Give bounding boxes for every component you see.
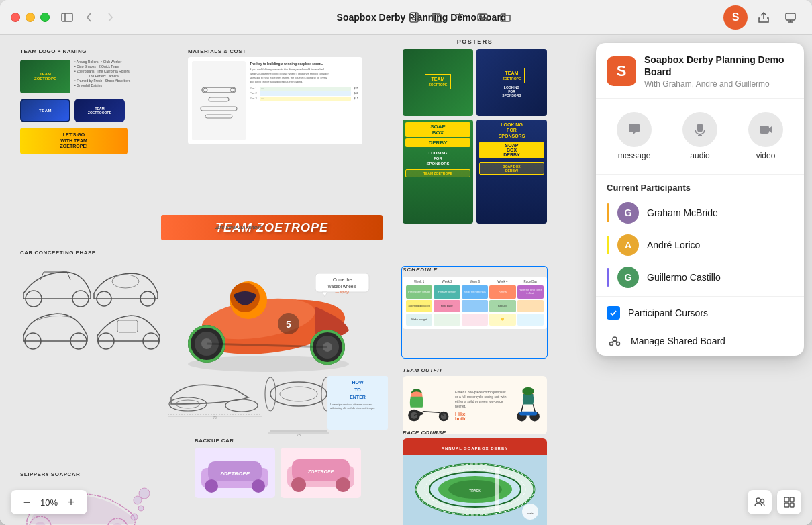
traffic-lights — [11, 13, 50, 22]
separator-1 — [596, 296, 804, 297]
race-poster-header: ANNUAL SOAPBOX DERBY — [403, 438, 547, 455]
collab-board-name: Soapbox Derby Planning Demo Board — [644, 54, 793, 78]
svg-point-88 — [252, 479, 265, 493]
participant-andre[interactable]: A André Lorico — [596, 229, 804, 261]
video-icon — [748, 112, 783, 147]
minimize-button[interactable] — [26, 13, 35, 22]
svg-point-15 — [203, 88, 207, 92]
svg-rect-117 — [784, 497, 789, 502]
audio-action-label: audio — [690, 151, 709, 160]
svg-rect-17 — [209, 97, 229, 101]
svg-point-116 — [761, 499, 764, 503]
sched-cell-7: First build! — [434, 300, 460, 312]
zoom-out-button[interactable]: − — [19, 494, 35, 510]
manage-board-icon — [607, 333, 623, 349]
team-logo-label: TEAM LOGO + NAMING — [20, 48, 181, 54]
svg-point-47 — [270, 382, 327, 406]
andre-name: André Lorico — [647, 240, 793, 250]
collab-subtitle: With Graham, André and Guillermo — [644, 79, 793, 89]
svg-rect-6 — [434, 15, 442, 22]
svg-text:Come the: Come the — [333, 277, 352, 282]
collaboration-panel: S Soapbox Derby Planning Demo Board With… — [596, 43, 804, 356]
car-concepting-label: CAR CONCEPTING PHASE — [20, 250, 181, 256]
zoom-level-display[interactable]: 10% — [40, 497, 58, 508]
slippery-car-label: SLIPPERY SOAPCAR — [20, 471, 181, 477]
collab-header: S Soapbox Derby Planning Demo Board With… — [596, 43, 804, 99]
svg-point-87 — [205, 479, 218, 493]
svg-point-124 — [613, 337, 617, 341]
image-tool-button[interactable] — [473, 8, 492, 27]
folder-tool-button[interactable] — [496, 8, 515, 27]
participant-cursors-checkbox[interactable] — [607, 306, 620, 320]
sched-cell-1: Preliminary design — [406, 285, 432, 299]
participant-graham[interactable]: G Graham McBride — [596, 197, 804, 229]
svg-text:scale: scale — [527, 512, 534, 515]
participant-guillermo[interactable]: G Guillermo Castillo — [596, 261, 804, 293]
svg-text:ZOETROPE: ZOETROPE — [307, 469, 334, 474]
zoom-in-button[interactable]: + — [63, 494, 79, 510]
backup-car-section: BACKUP CAR ZOETROPE — [195, 438, 376, 498]
parts-sketch — [192, 61, 246, 140]
collab-actions: message audio — [596, 99, 804, 175]
participant-cursors-row[interactable]: Participant Cursors — [596, 299, 804, 326]
audio-icon — [682, 112, 717, 147]
svg-text:TRACK: TRACK — [469, 489, 481, 493]
current-participants-label: Current Participants — [596, 175, 804, 197]
svg-marker-37 — [322, 292, 327, 297]
message-action-button[interactable]: message — [606, 108, 662, 164]
svg-text:wasabi wheels: wasabi wheels — [327, 284, 357, 289]
svg-point-83 — [139, 488, 150, 499]
copy-tool-button[interactable] — [427, 8, 446, 27]
video-action-label: video — [756, 151, 776, 160]
message-icon — [617, 112, 652, 147]
message-action-label: message — [618, 151, 651, 160]
poster-1: TEAM ZOETROPE — [403, 49, 473, 116]
sched-cell-12 — [434, 314, 460, 326]
document-tool-button[interactable] — [405, 8, 423, 27]
team-zoetrope-title-strip: TEAM ZOETROPE — [161, 215, 383, 240]
people-button[interactable] — [748, 490, 772, 514]
graham-name: Graham McBride — [647, 207, 793, 218]
video-action-button[interactable]: video — [738, 108, 794, 164]
svg-text:ZOETROPE: ZOETROPE — [219, 471, 250, 477]
audio-action-button[interactable]: audio — [672, 108, 728, 164]
close-button[interactable] — [11, 13, 20, 22]
svg-point-81 — [138, 506, 144, 511]
svg-line-127 — [611, 341, 615, 342]
svg-rect-0 — [62, 13, 72, 21]
participant-cursors-label: Participant Cursors — [628, 307, 708, 318]
materials-section: MATERIALS & COST — [188, 48, 376, 156]
guillermo-avatar: G — [617, 267, 639, 288]
sidebar-toggle-button[interactable] — [58, 8, 77, 27]
canvas-area[interactable]: TEAM LOGO + NAMING TEAMZOETROPE • Analog… — [0, 35, 812, 525]
andre-color-bar — [607, 236, 609, 254]
back-button[interactable] — [79, 8, 98, 27]
manage-shared-board-row[interactable]: Manage Shared Board — [596, 326, 804, 356]
poster-4: LOOKINGFORSPONSORS SOAP BOX DERBY SOAP B… — [476, 120, 547, 224]
svg-rect-123 — [760, 126, 769, 134]
week4-header: Week 4 — [489, 280, 515, 283]
grid-view-button[interactable] — [777, 490, 801, 514]
svg-point-115 — [756, 498, 760, 502]
car-concepting-section: CAR CONCEPTING PHASE — [20, 250, 181, 384]
svg-point-48 — [280, 387, 317, 401]
svg-rect-18 — [201, 107, 237, 111]
present-button[interactable] — [780, 7, 801, 28]
text-tool-button[interactable] — [450, 8, 469, 27]
app-icon-button[interactable]: S — [723, 5, 748, 30]
backup-car-img-1: ZOETROPE — [195, 448, 275, 498]
team-outfit-content: Either a one-piece cotton jumpsuit or a … — [403, 376, 547, 434]
schedule-section: SCHEDULE Week 1 Week 2 Week 3 Week 4 Rac… — [403, 267, 547, 329]
sched-cell-11: Make budget — [406, 314, 432, 326]
forward-button[interactable] — [101, 8, 119, 27]
team-outfit-section: TEAM OUTFIT — [403, 367, 547, 434]
backup-car-images: ZOETROPE ZOETROPE — [195, 448, 376, 498]
posters-section: POSTERS TEAM ZOETROPE TEAM ZOETR — [403, 38, 547, 224]
share-button[interactable] — [753, 7, 774, 28]
maximize-button[interactable] — [40, 13, 50, 22]
svg-line-128 — [615, 341, 618, 342]
sched-cell-2: Finalize design — [434, 285, 460, 299]
svg-rect-19 — [205, 115, 232, 118]
how-to-enter-title: HOWTOENTER — [330, 379, 385, 401]
sched-cell-13 — [462, 314, 488, 326]
